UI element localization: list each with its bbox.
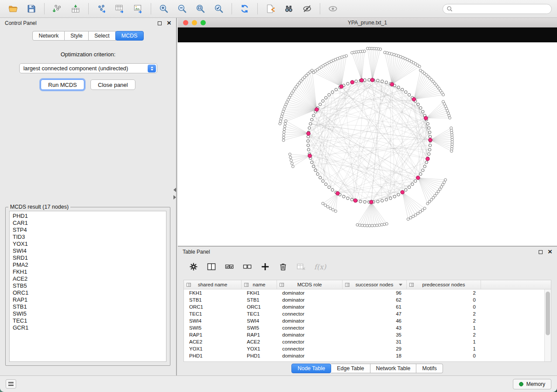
status-bar: Memory (0, 375, 557, 392)
mcds-result-item[interactable]: STP4 (13, 227, 166, 234)
table-tab-network-table[interactable]: Network Table (370, 364, 417, 373)
column-header-MCDS-role[interactable]: MCDS role (277, 280, 343, 289)
float-table-panel-icon[interactable] (539, 250, 543, 254)
tab-style[interactable]: Style (65, 31, 89, 41)
table-row[interactable]: RAP1RAP1dominator352 (184, 331, 544, 338)
tab-network[interactable]: Network (32, 31, 65, 41)
mcds-result-item[interactable]: FKH1 (13, 268, 166, 275)
mcds-result-item[interactable]: TID3 (13, 234, 166, 241)
table-tab-node-table[interactable]: Node Table (291, 364, 331, 373)
cell-shared-name: SWI4 (184, 318, 242, 323)
mcds-result-list[interactable]: PHD1CAR1STP4TID3YOX1SWI4SRD1PMA2FKH1ACE2… (9, 211, 166, 362)
toggle-graphics-details-button[interactable] (299, 2, 315, 16)
show-panels-button[interactable] (6, 379, 16, 389)
close-panel-button[interactable]: Close panel (90, 79, 135, 90)
search-input[interactable] (455, 6, 548, 12)
mcds-result-title: MCDS result (17 nodes) (8, 204, 70, 210)
show-columns-button[interactable] (207, 262, 216, 272)
mcds-result-item[interactable]: STB5 (13, 282, 166, 289)
network-graph[interactable] (178, 42, 557, 246)
column-header-predecessor-nodes[interactable]: predecessor nodes (407, 280, 481, 289)
close-table-panel-icon[interactable]: × (548, 249, 552, 254)
search-field (443, 4, 552, 14)
delete-column-button[interactable] (278, 262, 288, 272)
table-panel: Table Panel × (178, 247, 557, 375)
search-network-button[interactable] (281, 2, 297, 16)
table-scrollbar[interactable] (544, 289, 551, 361)
mcds-result-item[interactable]: RAP1 (13, 296, 166, 303)
mcds-result-item[interactable]: YOX1 (13, 241, 166, 248)
collapse-left-icon[interactable] (173, 188, 176, 192)
mcds-result-box: MCDS result (17 nodes) PHD1CAR1STP4TID3Y… (5, 204, 170, 366)
mcds-result-item[interactable]: CAR1 (13, 220, 166, 227)
zoom-in-button[interactable] (156, 2, 172, 16)
table-tab-motifs[interactable]: Motifs (416, 364, 443, 373)
table-row[interactable]: ORC1ORC1dominator610 (184, 303, 544, 310)
table-row[interactable]: TEC1TEC1connector472 (184, 310, 544, 317)
toolbar-separator (257, 3, 258, 14)
zoom-fit-button[interactable] (193, 2, 208, 16)
save-session-button[interactable] (24, 2, 39, 16)
select-all-columns-button[interactable] (225, 262, 234, 272)
float-panel-icon[interactable] (158, 21, 162, 25)
network-canvas[interactable] (178, 42, 557, 246)
mcds-result-item[interactable]: SWI4 (13, 248, 166, 254)
criterion-select[interactable]: largest connected component (undirected) (19, 63, 157, 73)
cell-MCDS-role: dominator (277, 332, 343, 337)
search-icon (446, 6, 453, 12)
mcds-result-item[interactable]: ORC1 (13, 289, 166, 296)
tab-mcds[interactable]: MCDS (115, 31, 144, 41)
memory-button[interactable]: Memory (513, 379, 551, 389)
cell-MCDS-role: dominator (277, 353, 343, 358)
column-header-name[interactable]: name (242, 280, 277, 289)
scrollbar-thumb[interactable] (546, 292, 550, 335)
zoom-selected-button[interactable] (211, 2, 227, 16)
close-panel-icon[interactable]: × (167, 21, 171, 26)
cell-name: SWI4 (242, 318, 277, 323)
table-row[interactable]: SWI5SWI5connector431 (184, 324, 544, 331)
share-document-button[interactable] (263, 2, 278, 16)
toolbar-separator (88, 3, 89, 14)
table-row[interactable]: PHD1PHD1dominator180 (184, 352, 544, 359)
mcds-result-item[interactable]: PMA2 (13, 261, 166, 268)
minimize-window-icon[interactable] (192, 20, 197, 25)
table-row[interactable]: ACE2ACE2connector311 (184, 338, 544, 345)
panel-splitter[interactable] (173, 188, 178, 199)
mcds-result-item[interactable]: SWI5 (13, 310, 166, 317)
mcds-result-item[interactable]: PHD1 (13, 213, 166, 220)
export-table-button[interactable] (112, 2, 128, 16)
run-mcds-button[interactable]: Run MCDS (41, 79, 84, 90)
mcds-result-item[interactable]: ACE2 (13, 275, 166, 282)
open-session-button[interactable] (5, 2, 21, 16)
column-type-icon (280, 283, 284, 287)
mcds-result-item[interactable]: SRD1 (13, 254, 166, 261)
unselect-all-columns-button[interactable] (242, 262, 252, 272)
table-panel-title: Table Panel (183, 249, 210, 255)
maximize-window-icon[interactable] (201, 20, 206, 25)
cell-successor-nodes: 18 (343, 353, 407, 358)
table-row[interactable]: STB1STB1dominator620 (184, 296, 544, 303)
column-label: successor nodes (356, 282, 393, 287)
table-row[interactable]: SWI4SWI4dominator462 (184, 317, 544, 324)
column-header-shared-name[interactable]: shared name (184, 280, 242, 289)
export-network-button[interactable] (93, 2, 109, 16)
close-window-icon[interactable] (183, 20, 188, 25)
table-options-button[interactable] (189, 262, 198, 272)
mcds-result-item[interactable]: TEC1 (13, 317, 166, 324)
column-header-successor-nodes[interactable]: successor nodes (343, 280, 407, 289)
import-network-button[interactable] (49, 2, 65, 16)
apply-layout-button[interactable] (237, 2, 253, 16)
create-column-button[interactable] (260, 262, 270, 272)
table-row[interactable]: YOX1YOX1connector291 (184, 345, 544, 352)
table-tab-edge-table[interactable]: Edge Table (331, 364, 370, 373)
mcds-result-item[interactable]: STB1 (13, 303, 166, 310)
import-table-button[interactable] (68, 2, 83, 16)
export-image-button[interactable] (130, 2, 146, 16)
show-hide-button[interactable] (325, 2, 341, 16)
mcds-result-item[interactable]: GCR1 (13, 324, 166, 331)
zoom-out-button[interactable] (174, 2, 190, 16)
expand-right-icon[interactable] (173, 195, 176, 199)
table-row[interactable]: FKH1FKH1dominator962 (184, 289, 544, 296)
tab-select[interactable]: Select (89, 31, 116, 41)
delete-table-button[interactable] (296, 262, 306, 272)
